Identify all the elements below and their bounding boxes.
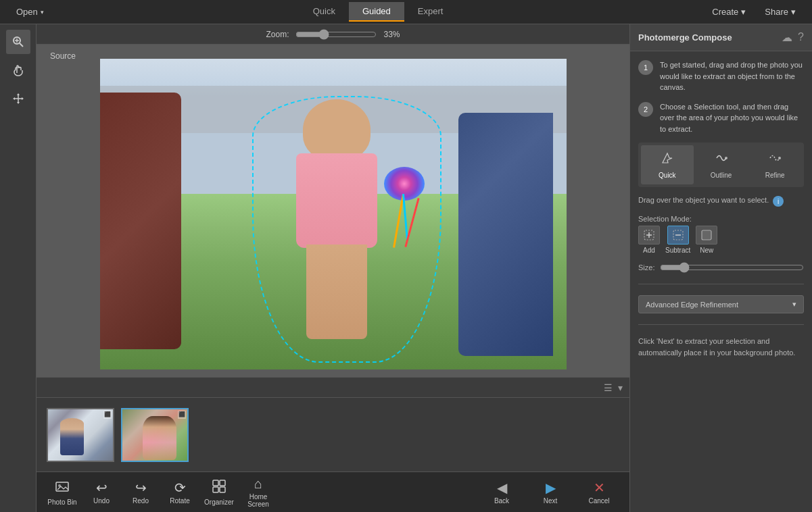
svg-rect-11	[220, 487, 225, 492]
cancel-button[interactable]: ✕ Cancel	[575, 474, 623, 511]
hand-icon	[11, 63, 25, 77]
back-button[interactable]: ◀ Back	[478, 474, 525, 511]
top-bar-center: Quick Guided Expert	[53, 2, 702, 22]
scene-left-figure	[100, 93, 181, 349]
move-icon	[11, 92, 25, 105]
zoom-tool-button[interactable]	[6, 30, 30, 54]
quick-tool-button[interactable]: Quick	[641, 145, 694, 184]
bottom-right-nav: ◀ Back ▶ Next ✕ Cancel	[478, 474, 629, 511]
photo-bin-icon	[55, 479, 70, 497]
panel-body: 1 To get started, drag and drop the phot…	[630, 51, 812, 366]
undo-button[interactable]: ↩ Undo	[82, 474, 120, 511]
undo-label: Undo	[93, 497, 110, 505]
svg-rect-10	[213, 487, 218, 492]
size-row: Size:	[638, 262, 804, 273]
create-button[interactable]: Create ▾	[702, 3, 755, 21]
new-mode-button[interactable]: New	[696, 226, 717, 254]
drag-hint-row: Drag over the object you want to select.…	[638, 195, 804, 207]
help-icon[interactable]: ?	[798, 31, 804, 44]
info-icon[interactable]: i	[773, 196, 784, 207]
filmstrip-menu-icon[interactable]: ☰	[604, 382, 613, 393]
organizer-label: Organizer	[204, 498, 234, 506]
home-screen-button[interactable]: ⌂ Home Screen	[239, 474, 277, 511]
refine-tool-button[interactable]: Refine	[748, 145, 801, 184]
svg-line-1	[20, 43, 23, 47]
open-menu-button[interactable]: Open ▾	[7, 3, 53, 21]
photo-thumb-2[interactable]: ⬛	[121, 408, 189, 462]
redo-button[interactable]: ↪ Redo	[122, 474, 160, 511]
selection-mode-section: Selection Mode: Add	[638, 215, 804, 254]
thumb-girl	[143, 416, 176, 460]
selection-mode-row: Add Subtract	[638, 226, 804, 254]
step-1-item: 1 To get started, drag and drop the phot…	[638, 59, 804, 93]
top-bar-left: Open ▾	[0, 3, 53, 21]
left-toolbar	[0, 24, 37, 512]
add-mode-icon	[638, 226, 660, 245]
filmstrip-chevron-icon[interactable]: ▾	[618, 382, 623, 393]
guided-mode-button[interactable]: Guided	[349, 2, 404, 22]
rotate-button[interactable]: ⟳ Rotate	[161, 474, 199, 511]
share-button[interactable]: Share ▾	[755, 3, 805, 21]
next-hint-text: Click 'Next' to extract your selection a…	[638, 336, 804, 358]
subtract-mode-button[interactable]: Subtract	[665, 226, 690, 254]
panel-header: Photomerge Compose ☁ ?	[630, 24, 812, 51]
subtract-mode-icon	[667, 226, 689, 245]
step-2-item: 2 Choose a Selection tool, and then drag…	[638, 101, 804, 135]
open-caret-icon: ▾	[41, 9, 44, 16]
back-label: Back	[494, 497, 509, 505]
drag-hint-text: Drag over the object you want to select.	[638, 195, 769, 205]
zoom-slider[interactable]	[295, 29, 377, 40]
size-slider[interactable]	[660, 262, 804, 273]
photo-bin-button[interactable]: Photo Bin	[43, 474, 81, 511]
subtract-mode-label: Subtract	[665, 247, 690, 254]
scene-toy	[377, 167, 445, 248]
step-1-circle: 1	[638, 60, 653, 75]
svg-point-13	[778, 157, 781, 159]
share-caret-icon: ▾	[791, 7, 796, 17]
toy-ribbon-1	[393, 194, 404, 247]
photo-thumb-1[interactable]: ⬛	[47, 408, 114, 462]
rotate-label: Rotate	[170, 497, 189, 505]
advanced-edge-dropdown[interactable]: Advanced Edge Refinement ▾	[638, 295, 804, 313]
zoom-bar: Zoom: 33%	[37, 24, 629, 45]
next-icon: ▶	[546, 480, 556, 496]
expert-mode-button[interactable]: Expert	[404, 2, 457, 22]
quick-tool-label: Quick	[659, 172, 676, 179]
add-mode-button[interactable]: Add	[638, 226, 660, 254]
organizer-button[interactable]: Organizer	[200, 474, 238, 511]
canvas-image-container	[57, 65, 609, 363]
size-label: Size:	[638, 263, 654, 272]
zoom-value: 33%	[383, 30, 400, 39]
canvas-area[interactable]: Source	[37, 45, 629, 377]
step-2-circle: 2	[638, 102, 653, 117]
move-tool-button[interactable]	[6, 86, 30, 111]
panel-header-icons: ☁ ?	[782, 31, 804, 44]
outline-tool-button[interactable]: Outline	[695, 145, 748, 184]
svg-rect-9	[220, 480, 225, 486]
photo-bin-label: Photo Bin	[47, 498, 76, 506]
svg-rect-19	[702, 230, 711, 240]
step-2-text: Choose a Selection tool, and then drag o…	[660, 101, 804, 135]
quick-mode-button[interactable]: Quick	[300, 2, 349, 22]
filmstrip-bar: ☰ ▾	[37, 377, 629, 397]
next-label: Next	[544, 497, 558, 505]
home-icon: ⌂	[254, 476, 262, 492]
panel-title: Photomerge Compose	[638, 32, 732, 43]
thumb-person	[60, 418, 84, 455]
next-button[interactable]: ▶ Next	[527, 474, 574, 511]
thumb-corner-2: ⬛	[178, 411, 186, 419]
quick-tool-icon	[660, 151, 675, 169]
add-mode-label: Add	[643, 247, 655, 254]
main-scene	[100, 59, 567, 369]
right-panel: Photomerge Compose ☁ ? 1 To get started,…	[629, 24, 812, 512]
selection-mode-label: Selection Mode:	[638, 215, 804, 223]
hand-tool-button[interactable]	[6, 58, 30, 82]
cloud-icon[interactable]: ☁	[782, 31, 792, 44]
tool-mode-row: Quick Outline	[638, 143, 804, 187]
zoom-icon	[11, 35, 25, 49]
refine-tool-icon	[767, 151, 782, 169]
outline-tool-label: Outline	[711, 172, 732, 179]
girl-head	[303, 99, 371, 160]
girl-legs	[306, 245, 367, 339]
rotate-icon: ⟳	[174, 480, 186, 496]
